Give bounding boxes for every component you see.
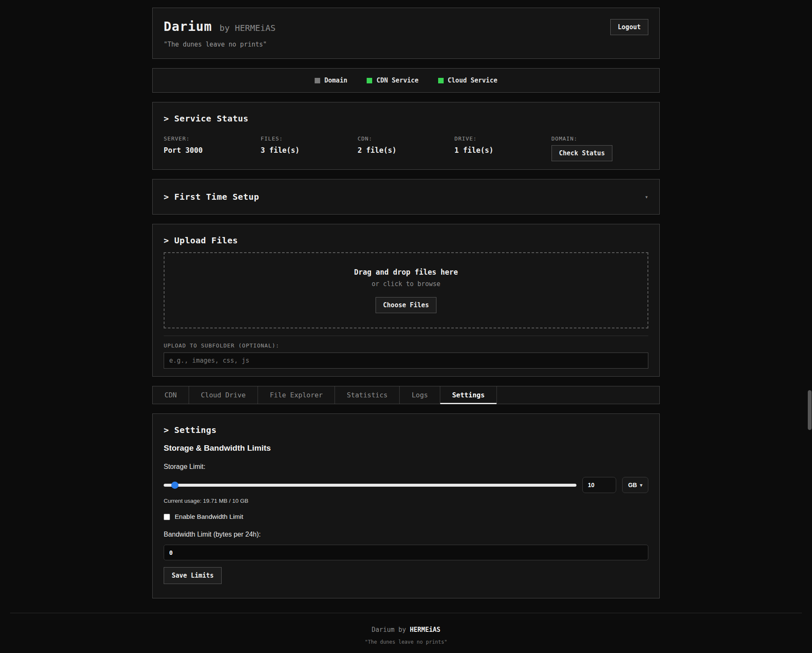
storage-unit-select[interactable]: GB ▾ (622, 477, 648, 493)
stat-label: DRIVE: (455, 135, 551, 142)
settings-heading: > Settings (164, 425, 648, 435)
legend-item-cdn-service: CDN Service (367, 77, 418, 84)
vertical-scrollbar[interactable] (808, 390, 812, 430)
current-usage-text: Current usage: 19.71 MB / 10 GB (164, 498, 648, 504)
upload-files-panel: > Upload Files Drag and drop files here … (152, 224, 660, 377)
tab-cdn[interactable]: CDN (153, 386, 189, 404)
first-time-setup-panel[interactable]: > First Time Setup ▾ (152, 179, 660, 215)
upload-divider (164, 336, 648, 336)
app-title: Darium (164, 19, 212, 34)
stat-domain: DOMAIN: Check Status (551, 135, 648, 161)
stat-label: CDN: (357, 135, 454, 142)
chevron-down-icon: ▾ (640, 482, 642, 488)
logout-button[interactable]: Logout (610, 19, 648, 35)
legend-item-cloud-service: Cloud Service (438, 77, 497, 84)
storage-unit-value: GB (628, 482, 637, 488)
choose-files-button[interactable]: Choose Files (376, 297, 436, 313)
stat-value: 2 file(s) (357, 146, 454, 154)
storage-bandwidth-section-title: Storage & Bandwidth Limits (164, 444, 648, 453)
tab-file-explorer[interactable]: File Explorer (258, 386, 335, 404)
legend-label: Cloud Service (448, 77, 497, 84)
tab-statistics[interactable]: Statistics (335, 386, 400, 404)
save-limits-button[interactable]: Save Limits (164, 567, 222, 584)
enable-bandwidth-limit-row[interactable]: Enable Bandwidth Limit (164, 513, 648, 521)
cloud-service-swatch-icon (438, 78, 444, 83)
legend-panel: Domain CDN Service Cloud Service (152, 68, 660, 93)
stat-files: FILES: 3 file(s) (261, 135, 357, 161)
tab-settings[interactable]: Settings (440, 386, 497, 404)
tab-logs[interactable]: Logs (400, 386, 440, 404)
footer-brand-name: HERMEiAS (410, 626, 440, 634)
storage-limit-label: Storage Limit: (164, 463, 648, 471)
domain-swatch-icon (315, 78, 320, 83)
storage-limit-slider[interactable] (164, 477, 576, 493)
upload-files-heading: > Upload Files (164, 235, 648, 245)
subfolder-label: UPLOAD TO SUBFOLDER (OPTIONAL): (164, 342, 648, 349)
stat-label: FILES: (261, 135, 357, 142)
storage-limit-value-input[interactable] (582, 477, 616, 493)
tab-bar: CDN Cloud Drive File Explorer Statistics… (152, 386, 660, 404)
footer-tagline: "The dunes leave no prints" (0, 639, 812, 645)
footer: Darium by HERMEiAS "The dunes leave no p… (0, 626, 812, 645)
tab-cloud-drive[interactable]: Cloud Drive (189, 386, 258, 404)
header-panel: Darium by HERMEiAS "The dunes leave no p… (152, 8, 660, 59)
bandwidth-checkbox-label: Enable Bandwidth Limit (175, 513, 243, 521)
dropzone-subtitle: or click to browse (372, 280, 441, 288)
stat-value: 1 file(s) (455, 146, 551, 154)
file-dropzone[interactable]: Drag and drop files here or click to bro… (164, 252, 648, 328)
stat-label: DOMAIN: (551, 135, 648, 142)
bandwidth-limit-checkbox[interactable] (164, 514, 170, 520)
stat-label: SERVER: (164, 135, 261, 142)
subfolder-input[interactable] (164, 353, 648, 369)
stat-drive: DRIVE: 1 file(s) (455, 135, 551, 161)
dropzone-title: Drag and drop files here (354, 268, 458, 276)
stat-value: 3 file(s) (261, 146, 357, 154)
title-block: Darium by HERMEiAS "The dunes leave no p… (164, 19, 275, 48)
footer-brand-prefix: Darium by (372, 626, 410, 634)
app-byline: by HERMEiAS (219, 23, 275, 33)
legend-item-domain: Domain (315, 77, 347, 84)
footer-separator (10, 613, 802, 613)
service-status-panel: > Service Status SERVER: Port 3000 FILES… (152, 102, 660, 170)
bandwidth-limit-input[interactable] (164, 545, 648, 560)
slider-track[interactable] (164, 484, 576, 487)
check-status-button[interactable]: Check Status (551, 145, 612, 161)
legend-label: Domain (324, 77, 347, 84)
legend-label: CDN Service (376, 77, 418, 84)
bandwidth-limit-label: Bandwidth Limit (bytes per 24h): (164, 531, 648, 538)
service-status-heading: > Service Status (164, 113, 648, 124)
chevron-down-icon[interactable]: ▾ (645, 193, 648, 200)
first-time-setup-heading: > First Time Setup (164, 192, 259, 202)
slider-thumb[interactable] (171, 482, 178, 489)
app-tagline: "The dunes leave no prints" (164, 41, 275, 48)
settings-panel: > Settings Storage & Bandwidth Limits St… (152, 413, 660, 598)
stat-cdn: CDN: 2 file(s) (357, 135, 454, 161)
cdn-service-swatch-icon (367, 78, 372, 83)
main-container: Darium by HERMEiAS "The dunes leave no p… (152, 0, 660, 598)
stat-server: SERVER: Port 3000 (164, 135, 261, 161)
stat-value: Port 3000 (164, 146, 261, 154)
